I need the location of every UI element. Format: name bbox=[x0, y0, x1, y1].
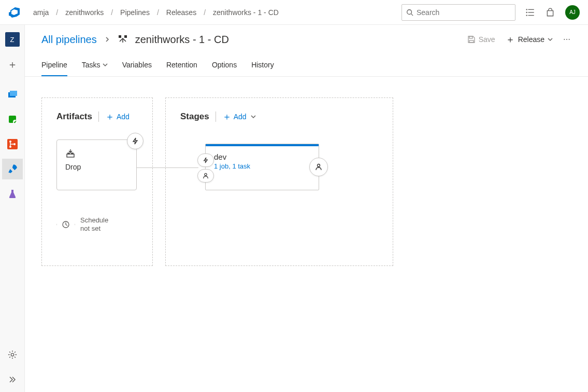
artifact-trigger-button[interactable] bbox=[127, 133, 144, 149]
tabs: Pipeline Tasks Variables Retention Optio… bbox=[25, 54, 588, 77]
svg-point-7 bbox=[526, 15, 527, 16]
nav-collapse[interactable] bbox=[2, 369, 23, 390]
breadcrumb-item[interactable]: Releases bbox=[166, 8, 196, 17]
svg-point-15 bbox=[13, 143, 16, 145]
artifact-card[interactable]: Drop bbox=[56, 139, 137, 190]
svg-line-1 bbox=[411, 13, 413, 16]
build-artifact-icon bbox=[65, 148, 128, 159]
stage-name: dev bbox=[214, 152, 310, 161]
nav-pipelines[interactable] bbox=[2, 159, 23, 179]
pipeline-title: zenithworks - 1 - CD bbox=[135, 34, 229, 46]
chevron-double-right-icon bbox=[6, 373, 19, 386]
plus-icon: ＋ bbox=[506, 33, 515, 46]
tab-pipeline[interactable]: Pipeline bbox=[41, 54, 67, 76]
user-avatar[interactable]: AJ bbox=[565, 5, 580, 20]
page-header: All pipelines zenithworks - 1 - CD Save bbox=[25, 25, 588, 54]
more-actions-button[interactable]: ⋯ bbox=[563, 35, 571, 44]
svg-rect-17 bbox=[119, 35, 121, 38]
breadcrumb: amja / zenithworks / Pipelines / Release… bbox=[33, 8, 279, 17]
search-input[interactable] bbox=[417, 8, 511, 17]
clock-hexagon-icon bbox=[56, 215, 75, 234]
nav-settings[interactable] bbox=[2, 344, 23, 365]
svg-rect-22 bbox=[68, 153, 69, 154]
chevron-down-icon bbox=[548, 37, 553, 42]
post-deploy-approvers-button[interactable] bbox=[309, 158, 328, 176]
tab-options[interactable]: Options bbox=[212, 54, 237, 76]
svg-rect-19 bbox=[469, 36, 472, 38]
breadcrumb-item[interactable]: amja bbox=[33, 8, 49, 17]
svg-rect-21 bbox=[67, 154, 74, 157]
repos-icon bbox=[6, 113, 19, 125]
svg-point-6 bbox=[526, 12, 527, 12]
tab-tasks[interactable]: Tasks bbox=[82, 54, 108, 76]
plus-icon: ＋ bbox=[7, 58, 18, 72]
rocket-icon bbox=[6, 163, 19, 175]
svg-rect-23 bbox=[71, 153, 73, 154]
boards-icon bbox=[6, 88, 19, 101]
nav-repos[interactable] bbox=[2, 109, 23, 130]
search-icon bbox=[406, 9, 413, 16]
release-dropdown[interactable]: ＋ Release bbox=[506, 33, 553, 46]
artifacts-panel: Artifacts ＋ Add Drop bbox=[41, 97, 153, 266]
artifact-name: Drop bbox=[65, 163, 128, 171]
svg-point-13 bbox=[9, 141, 11, 143]
stage-jobs-link[interactable]: 1 job, 1 task bbox=[214, 162, 310, 170]
person-icon bbox=[203, 173, 209, 179]
save-icon bbox=[467, 35, 476, 44]
svg-rect-9 bbox=[10, 91, 17, 96]
pre-deploy-approvers-button[interactable] bbox=[197, 169, 214, 183]
flask-icon bbox=[6, 188, 19, 200]
pipeline-type-icon bbox=[118, 34, 128, 45]
connector-line bbox=[136, 167, 198, 168]
save-button: Save bbox=[467, 35, 495, 44]
shopping-bag-icon[interactable] bbox=[546, 8, 555, 17]
azure-devops-logo-icon[interactable] bbox=[8, 6, 21, 19]
chevron-right-icon bbox=[104, 36, 110, 43]
plus-icon: ＋ bbox=[222, 110, 232, 123]
list-icon[interactable] bbox=[526, 8, 535, 17]
nav-new[interactable]: ＋ bbox=[2, 54, 23, 75]
svg-point-14 bbox=[9, 146, 11, 148]
breadcrumb-item[interactable]: Pipelines bbox=[120, 8, 150, 17]
schedule-block[interactable]: Schedule not set bbox=[56, 215, 138, 234]
svg-point-25 bbox=[205, 173, 207, 175]
svg-point-26 bbox=[318, 164, 320, 167]
tab-history[interactable]: History bbox=[251, 54, 274, 76]
breadcrumb-item[interactable]: zenithworks bbox=[65, 8, 104, 17]
pre-deploy-conditions-button[interactable] bbox=[197, 153, 214, 167]
stage-card[interactable]: dev 1 job, 1 task bbox=[205, 144, 319, 190]
svg-point-0 bbox=[407, 9, 412, 14]
stages-panel: Stages ＋ Add bbox=[165, 97, 393, 266]
nav-git[interactable] bbox=[2, 134, 23, 155]
search-box[interactable] bbox=[401, 4, 515, 21]
artifacts-title: Artifacts bbox=[56, 111, 92, 122]
left-nav: Z ＋ bbox=[0, 25, 25, 392]
nav-project[interactable]: Z bbox=[2, 29, 23, 50]
plus-icon: ＋ bbox=[105, 110, 114, 123]
nav-boards[interactable] bbox=[2, 84, 23, 105]
svg-point-5 bbox=[526, 9, 527, 9]
all-pipelines-link[interactable]: All pipelines bbox=[41, 34, 97, 46]
svg-rect-18 bbox=[124, 35, 127, 38]
project-badge: Z bbox=[5, 32, 20, 47]
chevron-down-icon bbox=[251, 114, 256, 119]
schedule-text: Schedule not set bbox=[80, 216, 108, 232]
svg-rect-20 bbox=[469, 40, 474, 43]
breadcrumb-item-current[interactable]: zenithworks - 1 - CD bbox=[213, 8, 279, 17]
add-artifact-button[interactable]: ＋ Add bbox=[105, 110, 130, 123]
tab-variables[interactable]: Variables bbox=[122, 54, 152, 76]
tab-retention[interactable]: Retention bbox=[166, 54, 197, 76]
nav-testplans[interactable] bbox=[2, 184, 23, 204]
branch-icon bbox=[6, 138, 19, 150]
gear-icon bbox=[6, 348, 19, 361]
lightning-icon bbox=[132, 137, 139, 145]
lightning-icon bbox=[203, 157, 209, 163]
svg-point-16 bbox=[11, 353, 13, 356]
add-stage-button[interactable]: ＋ Add bbox=[222, 110, 256, 123]
chevron-down-icon bbox=[103, 62, 108, 67]
stages-title: Stages bbox=[180, 111, 209, 122]
person-icon bbox=[315, 163, 322, 171]
